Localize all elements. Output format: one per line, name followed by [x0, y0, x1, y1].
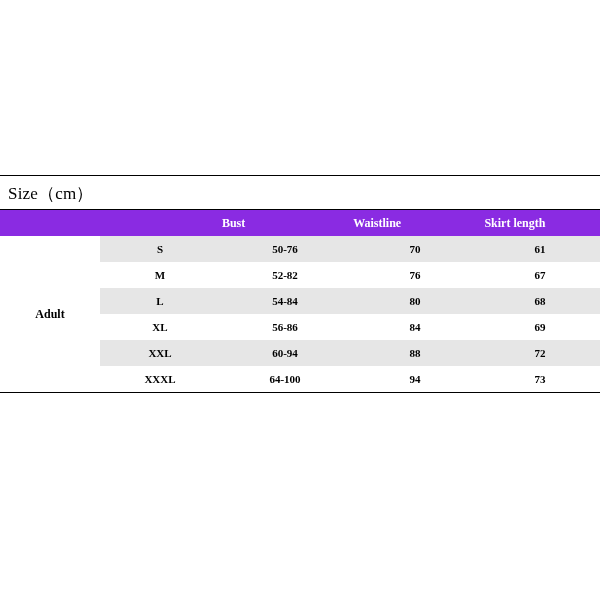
cell-skirt-length: 61 — [480, 243, 600, 255]
cell-bust: 60-94 — [220, 347, 350, 359]
rows-column: S 50-76 70 61 M 52-82 76 67 L 54-84 80 6… — [100, 236, 600, 393]
cell-waistline: 76 — [350, 269, 480, 281]
cell-skirt-length: 73 — [480, 373, 600, 385]
table-row: M 52-82 76 67 — [100, 262, 600, 288]
header-bust: Bust — [212, 216, 347, 231]
cell-size: XL — [100, 321, 220, 333]
cell-bust: 54-84 — [220, 295, 350, 307]
table-row: L 54-84 80 68 — [100, 288, 600, 314]
chart-title: Size（cm） — [8, 184, 94, 203]
table-row: XXXL 64-100 94 73 — [100, 366, 600, 393]
cell-size: L — [100, 295, 220, 307]
cell-bust: 56-86 — [220, 321, 350, 333]
table-body: Adult S 50-76 70 61 M 52-82 76 67 L 54-8… — [0, 236, 600, 393]
category-label: Adult — [0, 236, 100, 393]
cell-skirt-length: 68 — [480, 295, 600, 307]
cell-bust: 64-100 — [220, 373, 350, 385]
size-chart-container: Size（cm） Bust Waistline Skirt length Adu… — [0, 175, 600, 393]
cell-waistline: 88 — [350, 347, 480, 359]
header-skirt-length: Skirt length — [478, 216, 600, 231]
cell-bust: 50-76 — [220, 243, 350, 255]
cell-waistline: 94 — [350, 373, 480, 385]
cell-size: M — [100, 269, 220, 281]
cell-size: S — [100, 243, 220, 255]
cell-waistline: 70 — [350, 243, 480, 255]
cell-size: XXXL — [100, 373, 220, 385]
cell-skirt-length: 72 — [480, 347, 600, 359]
header-waistline: Waistline — [347, 216, 478, 231]
table-row: S 50-76 70 61 — [100, 236, 600, 262]
cell-bust: 52-82 — [220, 269, 350, 281]
title-row: Size（cm） — [0, 175, 600, 210]
cell-waistline: 84 — [350, 321, 480, 333]
table-row: XXL 60-94 88 72 — [100, 340, 600, 366]
header-row: Bust Waistline Skirt length — [0, 210, 600, 236]
cell-size: XXL — [100, 347, 220, 359]
table-row: XL 56-86 84 69 — [100, 314, 600, 340]
cell-skirt-length: 67 — [480, 269, 600, 281]
cell-waistline: 80 — [350, 295, 480, 307]
cell-skirt-length: 69 — [480, 321, 600, 333]
